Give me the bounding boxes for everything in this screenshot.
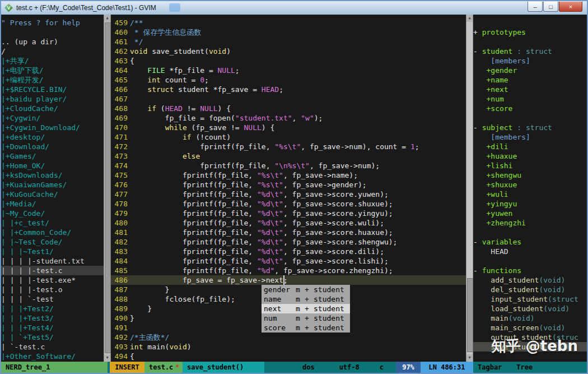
code-line[interactable]: 471 if (!count) [111,132,466,142]
code-line[interactable]: 468 if (HEAD != NULL) { [111,104,466,113]
tag-entry[interactable]: +shuxue [473,180,587,190]
code-line[interactable]: 459/** [111,18,466,27]
code-line[interactable]: 461 */ [111,37,466,47]
tag-entry[interactable]: main_screen(void) [473,323,587,333]
tag-entry[interactable] [473,228,587,237]
tag-entry[interactable]: +lishi [473,161,587,170]
tree-node[interactable]: | | | `-test [1,294,104,304]
completion-popup[interactable]: genderm+studentnamem+studentnextm+studen… [262,285,350,333]
tag-entry[interactable]: load_student(void) [473,304,587,313]
tag-entry[interactable]: - functions [473,266,587,275]
code-line[interactable]: 492/*主函数*/ [111,333,466,342]
scroll-down-icon[interactable]: ▼ [466,354,473,362]
tag-entry[interactable]: [members] [473,56,587,66]
tree-node[interactable]: |+baidu player/ [1,94,104,104]
tree-node[interactable]: |+Cygwin_Download/ [1,123,104,132]
code-line[interactable]: 482 fprintf(fp_file, "%d\t", fp_save->sc… [111,237,466,247]
tree-node[interactable]: | | |+Test3/ [1,313,104,323]
tag-entry[interactable]: input_student(struct [473,294,587,304]
minimize-button[interactable]: – [528,2,543,12]
tag-entry[interactable]: - subject : struct [473,123,587,132]
completion-item[interactable]: nextm+student [262,304,350,313]
tree-node[interactable]: | |~Test_Code/ [1,237,104,247]
tree-node[interactable]: | | |+Test2/ [1,304,104,313]
tag-entry[interactable]: +yingyu [473,199,587,209]
code-line[interactable]: 466 struct student *fp_save = HEAD; [111,85,466,94]
completion-item[interactable]: namem+student [262,294,350,304]
tree-node[interactable]: |+Download/ [1,142,104,151]
tree-node[interactable]: | |+Common_Code/ [1,228,104,237]
code-line[interactable]: 475 fprintf(fp_file, "%s\t", fp_save->na… [111,170,466,180]
completion-item[interactable]: scorem+student [262,323,350,333]
code-line[interactable]: 484 fprintf(fp_file, "%d\t", fp_save->sc… [111,256,466,266]
close-button[interactable]: × [559,2,582,12]
code-line[interactable]: 460 * 保存学生信息函数 [111,27,466,37]
tree-node[interactable]: | `-test.c [1,342,104,352]
tree-node[interactable]: |+共享/ [1,56,104,66]
tag-entry[interactable]: +next [473,85,587,94]
scrollbar-thumb[interactable] [105,22,111,353]
tag-entry[interactable]: main(void) [473,313,587,323]
tree-node[interactable]: |+$RECYCLE.BIN/ [1,85,104,94]
code-line[interactable]: 477 fprintf(fp_file, "%d\t", fp_save->sc… [111,190,466,199]
tree-node[interactable]: |+Other_Software/ [1,352,104,361]
code-line[interactable]: 467 [111,94,466,104]
code-line[interactable]: 478 fprintf(fp_file, "%d\t", fp_save->sc… [111,199,466,209]
tag-entry[interactable]: - student : struct [473,47,587,56]
tree-node[interactable] [1,27,104,37]
tag-entry[interactable]: +huaxue [473,151,587,161]
tree-node[interactable]: .. (up a dir) [1,37,104,47]
tag-entry[interactable]: - variables [473,237,587,247]
tree-node[interactable]: |+ksDownloads/ [1,170,104,180]
code-line[interactable]: 486 fp_save = fp_save->next; [111,275,466,285]
tree-node[interactable]: |+CloudCache/ [1,104,104,113]
tree-node[interactable]: |+Cygwin/ [1,113,104,123]
tag-entry[interactable]: HEAD [473,247,587,256]
tag-entry[interactable] [473,256,587,266]
tree-node[interactable]: / [1,47,104,56]
tree-node[interactable]: | | | |-test.exe* [1,275,104,285]
code-line[interactable]: 485 fprintf(fp_file, "%d", fp_save->scor… [111,266,466,275]
tag-entry[interactable]: [members] [473,132,587,142]
tree-node[interactable]: | |+c_test/ [1,218,104,228]
scroll-down-icon[interactable]: ▼ [104,354,110,362]
code-line[interactable]: 462void save_student(void) [111,47,466,56]
titlebar[interactable]: V test.c + (F:\My_Code\Test_Code\Test1) … [1,1,587,15]
code-line[interactable]: 479 fprintf(fp_file, "%d\t", fp_save->sc… [111,209,466,218]
tree-node[interactable]: " Press ? for help [1,18,104,27]
tag-entry[interactable]: + prototypes [473,27,587,37]
code-line[interactable]: 493int main(void) [111,342,466,352]
tag-entry[interactable]: +dili [473,142,587,151]
tag-entry[interactable]: +name [473,75,587,85]
tree-node[interactable]: |+KuGouCache/ [1,190,104,199]
completion-item[interactable]: genderm+student [262,285,350,294]
editor-scrollbar[interactable]: ▲ ▼ [466,15,473,362]
tree-node[interactable]: |+电驴下载/ [1,66,104,75]
tag-entry[interactable]: +shengwu [473,170,587,180]
code-line[interactable]: 469 fp_file = fopen("student.txt", "w"); [111,113,466,123]
tree-node[interactable]: |+Games/ [1,151,104,161]
code-line[interactable]: 474 fprintf(fp_file, "\n%s\t", fp_save->… [111,161,466,170]
code-line[interactable]: 464 FILE *fp_file = NULL; [111,66,466,75]
tree-node[interactable]: | | |~Test1/ [1,247,104,256]
code-line[interactable]: 470 while (fp_save != NULL) { [111,123,466,132]
tag-entry[interactable] [473,113,587,123]
tag-entry[interactable]: add_student(void) [473,275,587,285]
code-line[interactable]: 481 fprintf(fp_file, "%d\t", fp_save->sc… [111,228,466,237]
code-line[interactable]: 483 fprintf(fp_file, "%d\t", fp_save->sc… [111,247,466,256]
code-line[interactable]: 465 int count = 0; [111,75,466,85]
tree-node[interactable]: | | | |-student.txt [1,256,104,266]
tagbar-panel[interactable]: + prototypes- student : struct [members]… [473,15,587,362]
nerdtree-panel[interactable]: " Press ? for help.. (up a dir)/|+共享/|+电… [1,15,104,362]
tree-node[interactable]: |+Home_OK/ [1,161,104,170]
tag-entry[interactable]: del_student(void) [473,285,587,294]
tree-node[interactable]: | | `+Test5/ [1,333,104,342]
tree-node[interactable]: |+Media/ [1,199,104,209]
code-line[interactable]: 473 else [111,151,466,161]
tree-node[interactable]: | | | |-test.c [1,266,104,275]
tag-entry[interactable]: +num [473,94,587,104]
tag-entry[interactable]: +wuli [473,190,587,199]
tree-node[interactable]: | | | |-test.o [1,285,104,294]
tree-node[interactable]: |+KuaiwanGames/ [1,180,104,190]
nerdtree-scrollbar[interactable]: ▲ ▼ [104,15,111,362]
